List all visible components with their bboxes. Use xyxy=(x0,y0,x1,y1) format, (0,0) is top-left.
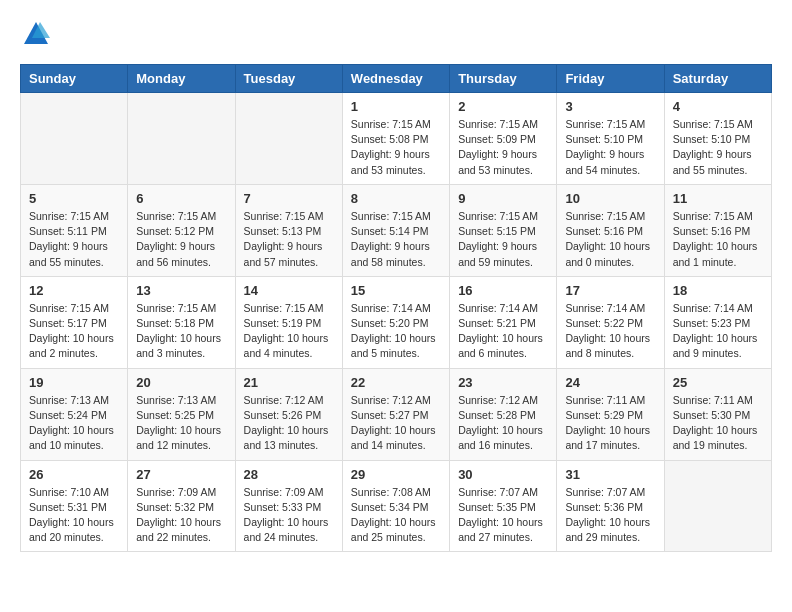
day-number: 11 xyxy=(673,191,763,206)
calendar-day-cell: 16Sunrise: 7:14 AM Sunset: 5:21 PM Dayli… xyxy=(450,276,557,368)
day-number: 7 xyxy=(244,191,334,206)
day-info: Sunrise: 7:15 AM Sunset: 5:15 PM Dayligh… xyxy=(458,209,548,270)
day-info: Sunrise: 7:15 AM Sunset: 5:11 PM Dayligh… xyxy=(29,209,119,270)
day-info: Sunrise: 7:15 AM Sunset: 5:10 PM Dayligh… xyxy=(565,117,655,178)
calendar-day-cell: 24Sunrise: 7:11 AM Sunset: 5:29 PM Dayli… xyxy=(557,368,664,460)
day-info: Sunrise: 7:15 AM Sunset: 5:14 PM Dayligh… xyxy=(351,209,441,270)
day-number: 22 xyxy=(351,375,441,390)
calendar-day-cell: 25Sunrise: 7:11 AM Sunset: 5:30 PM Dayli… xyxy=(664,368,771,460)
day-number: 26 xyxy=(29,467,119,482)
calendar-week-row: 19Sunrise: 7:13 AM Sunset: 5:24 PM Dayli… xyxy=(21,368,772,460)
calendar-day-cell: 23Sunrise: 7:12 AM Sunset: 5:28 PM Dayli… xyxy=(450,368,557,460)
day-info: Sunrise: 7:12 AM Sunset: 5:28 PM Dayligh… xyxy=(458,393,548,454)
weekday-header-cell: Thursday xyxy=(450,65,557,93)
calendar-table: SundayMondayTuesdayWednesdayThursdayFrid… xyxy=(20,64,772,552)
day-info: Sunrise: 7:07 AM Sunset: 5:36 PM Dayligh… xyxy=(565,485,655,546)
day-info: Sunrise: 7:15 AM Sunset: 5:13 PM Dayligh… xyxy=(244,209,334,270)
day-number: 17 xyxy=(565,283,655,298)
day-number: 6 xyxy=(136,191,226,206)
day-info: Sunrise: 7:13 AM Sunset: 5:24 PM Dayligh… xyxy=(29,393,119,454)
day-info: Sunrise: 7:15 AM Sunset: 5:18 PM Dayligh… xyxy=(136,301,226,362)
logo-icon xyxy=(22,20,50,48)
calendar-day-cell: 9Sunrise: 7:15 AM Sunset: 5:15 PM Daylig… xyxy=(450,184,557,276)
calendar-body: 1Sunrise: 7:15 AM Sunset: 5:08 PM Daylig… xyxy=(21,93,772,552)
weekday-header-cell: Sunday xyxy=(21,65,128,93)
day-info: Sunrise: 7:07 AM Sunset: 5:35 PM Dayligh… xyxy=(458,485,548,546)
calendar-week-row: 26Sunrise: 7:10 AM Sunset: 5:31 PM Dayli… xyxy=(21,460,772,552)
calendar-day-cell: 26Sunrise: 7:10 AM Sunset: 5:31 PM Dayli… xyxy=(21,460,128,552)
calendar-day-cell xyxy=(664,460,771,552)
page-header xyxy=(20,20,772,48)
day-info: Sunrise: 7:15 AM Sunset: 5:17 PM Dayligh… xyxy=(29,301,119,362)
calendar-day-cell: 15Sunrise: 7:14 AM Sunset: 5:20 PM Dayli… xyxy=(342,276,449,368)
day-number: 14 xyxy=(244,283,334,298)
day-number: 21 xyxy=(244,375,334,390)
day-number: 27 xyxy=(136,467,226,482)
calendar-day-cell: 4Sunrise: 7:15 AM Sunset: 5:10 PM Daylig… xyxy=(664,93,771,185)
calendar-day-cell xyxy=(128,93,235,185)
day-number: 30 xyxy=(458,467,548,482)
day-info: Sunrise: 7:13 AM Sunset: 5:25 PM Dayligh… xyxy=(136,393,226,454)
day-number: 28 xyxy=(244,467,334,482)
day-number: 8 xyxy=(351,191,441,206)
day-number: 13 xyxy=(136,283,226,298)
calendar-day-cell: 28Sunrise: 7:09 AM Sunset: 5:33 PM Dayli… xyxy=(235,460,342,552)
day-info: Sunrise: 7:15 AM Sunset: 5:09 PM Dayligh… xyxy=(458,117,548,178)
day-number: 12 xyxy=(29,283,119,298)
weekday-header-cell: Wednesday xyxy=(342,65,449,93)
day-info: Sunrise: 7:14 AM Sunset: 5:22 PM Dayligh… xyxy=(565,301,655,362)
day-number: 31 xyxy=(565,467,655,482)
day-info: Sunrise: 7:12 AM Sunset: 5:26 PM Dayligh… xyxy=(244,393,334,454)
day-number: 9 xyxy=(458,191,548,206)
weekday-header-cell: Saturday xyxy=(664,65,771,93)
day-info: Sunrise: 7:14 AM Sunset: 5:21 PM Dayligh… xyxy=(458,301,548,362)
calendar-day-cell: 11Sunrise: 7:15 AM Sunset: 5:16 PM Dayli… xyxy=(664,184,771,276)
calendar-day-cell: 21Sunrise: 7:12 AM Sunset: 5:26 PM Dayli… xyxy=(235,368,342,460)
calendar-day-cell: 8Sunrise: 7:15 AM Sunset: 5:14 PM Daylig… xyxy=(342,184,449,276)
weekday-header-cell: Monday xyxy=(128,65,235,93)
calendar-day-cell: 1Sunrise: 7:15 AM Sunset: 5:08 PM Daylig… xyxy=(342,93,449,185)
calendar-day-cell: 30Sunrise: 7:07 AM Sunset: 5:35 PM Dayli… xyxy=(450,460,557,552)
day-number: 18 xyxy=(673,283,763,298)
day-info: Sunrise: 7:15 AM Sunset: 5:10 PM Dayligh… xyxy=(673,117,763,178)
calendar-day-cell: 3Sunrise: 7:15 AM Sunset: 5:10 PM Daylig… xyxy=(557,93,664,185)
day-info: Sunrise: 7:15 AM Sunset: 5:12 PM Dayligh… xyxy=(136,209,226,270)
calendar-day-cell: 2Sunrise: 7:15 AM Sunset: 5:09 PM Daylig… xyxy=(450,93,557,185)
calendar-day-cell: 13Sunrise: 7:15 AM Sunset: 5:18 PM Dayli… xyxy=(128,276,235,368)
day-number: 3 xyxy=(565,99,655,114)
calendar-day-cell: 7Sunrise: 7:15 AM Sunset: 5:13 PM Daylig… xyxy=(235,184,342,276)
day-number: 4 xyxy=(673,99,763,114)
calendar-day-cell: 10Sunrise: 7:15 AM Sunset: 5:16 PM Dayli… xyxy=(557,184,664,276)
day-number: 10 xyxy=(565,191,655,206)
calendar-day-cell: 31Sunrise: 7:07 AM Sunset: 5:36 PM Dayli… xyxy=(557,460,664,552)
calendar-day-cell: 29Sunrise: 7:08 AM Sunset: 5:34 PM Dayli… xyxy=(342,460,449,552)
calendar-day-cell xyxy=(21,93,128,185)
day-number: 1 xyxy=(351,99,441,114)
day-number: 29 xyxy=(351,467,441,482)
weekday-header-cell: Friday xyxy=(557,65,664,93)
day-info: Sunrise: 7:11 AM Sunset: 5:29 PM Dayligh… xyxy=(565,393,655,454)
day-info: Sunrise: 7:08 AM Sunset: 5:34 PM Dayligh… xyxy=(351,485,441,546)
day-number: 5 xyxy=(29,191,119,206)
day-number: 16 xyxy=(458,283,548,298)
calendar-day-cell: 18Sunrise: 7:14 AM Sunset: 5:23 PM Dayli… xyxy=(664,276,771,368)
calendar-day-cell: 12Sunrise: 7:15 AM Sunset: 5:17 PM Dayli… xyxy=(21,276,128,368)
day-info: Sunrise: 7:10 AM Sunset: 5:31 PM Dayligh… xyxy=(29,485,119,546)
day-number: 23 xyxy=(458,375,548,390)
weekday-header-cell: Tuesday xyxy=(235,65,342,93)
calendar-week-row: 1Sunrise: 7:15 AM Sunset: 5:08 PM Daylig… xyxy=(21,93,772,185)
day-info: Sunrise: 7:15 AM Sunset: 5:08 PM Dayligh… xyxy=(351,117,441,178)
weekday-header-row: SundayMondayTuesdayWednesdayThursdayFrid… xyxy=(21,65,772,93)
calendar-day-cell: 22Sunrise: 7:12 AM Sunset: 5:27 PM Dayli… xyxy=(342,368,449,460)
day-info: Sunrise: 7:11 AM Sunset: 5:30 PM Dayligh… xyxy=(673,393,763,454)
day-number: 19 xyxy=(29,375,119,390)
day-info: Sunrise: 7:14 AM Sunset: 5:20 PM Dayligh… xyxy=(351,301,441,362)
calendar-day-cell: 17Sunrise: 7:14 AM Sunset: 5:22 PM Dayli… xyxy=(557,276,664,368)
day-number: 24 xyxy=(565,375,655,390)
calendar-day-cell: 5Sunrise: 7:15 AM Sunset: 5:11 PM Daylig… xyxy=(21,184,128,276)
day-info: Sunrise: 7:15 AM Sunset: 5:16 PM Dayligh… xyxy=(673,209,763,270)
calendar-day-cell: 20Sunrise: 7:13 AM Sunset: 5:25 PM Dayli… xyxy=(128,368,235,460)
logo xyxy=(20,20,50,48)
day-number: 2 xyxy=(458,99,548,114)
day-number: 25 xyxy=(673,375,763,390)
